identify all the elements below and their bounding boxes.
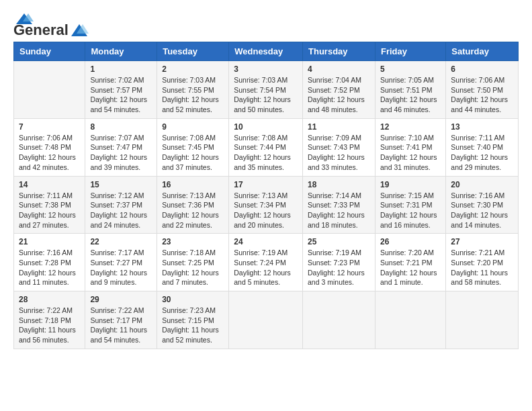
day-number: 27 [451,237,513,246]
day-info: Sunrise: 7:20 AM Sunset: 7:21 PM Dayligh… [380,248,441,287]
day-number: 23 [162,237,224,246]
day-number: 26 [380,237,441,246]
day-number: 14 [19,180,80,189]
calendar-day-cell: 20Sunrise: 7:16 AM Sunset: 7:30 PM Dayli… [446,176,519,234]
day-info: Sunrise: 7:12 AM Sunset: 7:37 PM Dayligh… [90,191,152,230]
calendar-day-cell: 28Sunrise: 7:22 AM Sunset: 7:18 PM Dayli… [14,291,85,349]
calendar-day-cell: 6Sunrise: 7:06 AM Sunset: 7:50 PM Daylig… [446,61,519,119]
calendar-day-cell: 5Sunrise: 7:05 AM Sunset: 7:51 PM Daylig… [375,61,445,119]
col-header-friday: Friday [375,42,445,61]
day-number: 20 [451,180,513,189]
calendar-day-cell: 14Sunrise: 7:11 AM Sunset: 7:38 PM Dayli… [14,176,85,234]
calendar-week-row: 21Sunrise: 7:16 AM Sunset: 7:28 PM Dayli… [14,234,519,291]
day-info: Sunrise: 7:07 AM Sunset: 7:47 PM Dayligh… [90,133,152,173]
empty-cell [229,291,303,349]
empty-cell [303,291,375,349]
calendar-day-cell: 3Sunrise: 7:03 AM Sunset: 7:54 PM Daylig… [229,61,303,119]
day-number: 1 [90,64,152,74]
day-info: Sunrise: 7:03 AM Sunset: 7:54 PM Dayligh… [234,75,298,115]
calendar-day-cell: 1Sunrise: 7:02 AM Sunset: 7:57 PM Daylig… [85,61,157,119]
day-number: 9 [162,122,224,132]
day-info: Sunrise: 7:04 AM Sunset: 7:52 PM Dayligh… [308,75,370,115]
calendar-day-cell: 16Sunrise: 7:13 AM Sunset: 7:36 PM Dayli… [157,176,229,234]
calendar-day-cell: 15Sunrise: 7:12 AM Sunset: 7:37 PM Dayli… [85,176,157,234]
day-number: 28 [19,295,80,304]
calendar-day-cell: 10Sunrise: 7:08 AM Sunset: 7:44 PM Dayli… [229,118,303,176]
day-number: 6 [451,64,513,74]
day-number: 18 [308,180,370,189]
calendar-day-cell: 30Sunrise: 7:23 AM Sunset: 7:15 PM Dayli… [157,291,229,349]
col-header-tuesday: Tuesday [157,42,229,61]
day-info: Sunrise: 7:06 AM Sunset: 7:50 PM Dayligh… [451,75,513,115]
day-info: Sunrise: 7:16 AM Sunset: 7:30 PM Dayligh… [451,191,513,230]
day-info: Sunrise: 7:13 AM Sunset: 7:34 PM Dayligh… [234,191,298,230]
calendar-header-row: SundayMondayTuesdayWednesdayThursdayFrid… [14,42,519,61]
day-number: 30 [162,295,224,304]
calendar-day-cell: 2Sunrise: 7:03 AM Sunset: 7:55 PM Daylig… [157,61,229,119]
col-header-monday: Monday [85,42,157,61]
calendar-day-cell: 21Sunrise: 7:16 AM Sunset: 7:28 PM Dayli… [14,234,85,291]
calendar: SundayMondayTuesdayWednesdayThursdayFrid… [13,42,519,349]
page: General SundayMondayTuesdayWednesdayThur… [0,0,532,411]
calendar-day-cell: 17Sunrise: 7:13 AM Sunset: 7:34 PM Dayli… [229,176,303,234]
calendar-day-cell: 24Sunrise: 7:19 AM Sunset: 7:24 PM Dayli… [229,234,303,291]
day-info: Sunrise: 7:22 AM Sunset: 7:17 PM Dayligh… [90,306,152,345]
calendar-day-cell: 26Sunrise: 7:20 AM Sunset: 7:21 PM Dayli… [375,234,445,291]
col-header-wednesday: Wednesday [229,42,303,61]
day-info: Sunrise: 7:14 AM Sunset: 7:33 PM Dayligh… [308,191,370,230]
day-number: 8 [90,122,152,132]
header-row: General [13,11,519,35]
empty-cell [14,61,85,119]
logo-area: General [13,11,90,35]
day-info: Sunrise: 7:19 AM Sunset: 7:23 PM Dayligh… [308,248,370,287]
calendar-day-cell: 9Sunrise: 7:08 AM Sunset: 7:45 PM Daylig… [157,118,229,176]
day-info: Sunrise: 7:09 AM Sunset: 7:43 PM Dayligh… [308,133,370,173]
day-info: Sunrise: 7:16 AM Sunset: 7:28 PM Dayligh… [19,248,80,287]
day-number: 16 [162,180,224,189]
calendar-day-cell: 18Sunrise: 7:14 AM Sunset: 7:33 PM Dayli… [303,176,375,234]
day-info: Sunrise: 7:11 AM Sunset: 7:40 PM Dayligh… [451,133,513,173]
day-number: 29 [90,295,152,304]
day-info: Sunrise: 7:22 AM Sunset: 7:18 PM Dayligh… [19,306,80,345]
day-number: 21 [19,237,80,246]
day-info: Sunrise: 7:08 AM Sunset: 7:44 PM Dayligh… [234,133,298,173]
day-info: Sunrise: 7:21 AM Sunset: 7:20 PM Dayligh… [451,248,513,287]
col-header-thursday: Thursday [303,42,375,61]
calendar-day-cell: 27Sunrise: 7:21 AM Sunset: 7:20 PM Dayli… [446,234,519,291]
calendar-week-row: 1Sunrise: 7:02 AM Sunset: 7:57 PM Daylig… [14,61,519,119]
day-info: Sunrise: 7:15 AM Sunset: 7:31 PM Dayligh… [380,191,441,230]
calendar-day-cell: 8Sunrise: 7:07 AM Sunset: 7:47 PM Daylig… [85,118,157,176]
logo-icon2 [70,23,89,38]
day-number: 22 [90,237,152,246]
day-number: 2 [162,64,224,74]
calendar-day-cell: 19Sunrise: 7:15 AM Sunset: 7:31 PM Dayli… [375,176,445,234]
day-number: 7 [19,122,80,132]
day-number: 10 [234,122,298,132]
calendar-week-row: 14Sunrise: 7:11 AM Sunset: 7:38 PM Dayli… [14,176,519,234]
calendar-week-row: 28Sunrise: 7:22 AM Sunset: 7:18 PM Dayli… [14,291,519,349]
calendar-week-row: 7Sunrise: 7:06 AM Sunset: 7:48 PM Daylig… [14,118,519,176]
col-header-sunday: Sunday [14,42,85,61]
calendar-day-cell: 25Sunrise: 7:19 AM Sunset: 7:23 PM Dayli… [303,234,375,291]
day-info: Sunrise: 7:03 AM Sunset: 7:55 PM Dayligh… [162,75,224,115]
day-info: Sunrise: 7:02 AM Sunset: 7:57 PM Dayligh… [90,75,152,115]
calendar-day-cell: 7Sunrise: 7:06 AM Sunset: 7:48 PM Daylig… [14,118,85,176]
day-number: 4 [308,64,370,74]
day-number: 19 [380,180,441,189]
empty-cell [446,291,519,349]
day-number: 3 [234,64,298,74]
day-info: Sunrise: 7:08 AM Sunset: 7:45 PM Dayligh… [162,133,224,173]
calendar-day-cell: 23Sunrise: 7:18 AM Sunset: 7:25 PM Dayli… [157,234,229,291]
day-number: 25 [308,237,370,246]
day-number: 5 [380,64,441,74]
day-number: 24 [234,237,298,246]
day-number: 17 [234,180,298,189]
day-number: 15 [90,180,152,189]
calendar-day-cell: 4Sunrise: 7:04 AM Sunset: 7:52 PM Daylig… [303,61,375,119]
empty-cell [375,291,445,349]
calendar-day-cell: 11Sunrise: 7:09 AM Sunset: 7:43 PM Dayli… [303,118,375,176]
calendar-day-cell: 22Sunrise: 7:17 AM Sunset: 7:27 PM Dayli… [85,234,157,291]
day-info: Sunrise: 7:10 AM Sunset: 7:41 PM Dayligh… [380,133,441,173]
day-info: Sunrise: 7:19 AM Sunset: 7:24 PM Dayligh… [234,248,298,287]
day-info: Sunrise: 7:13 AM Sunset: 7:36 PM Dayligh… [162,191,224,230]
